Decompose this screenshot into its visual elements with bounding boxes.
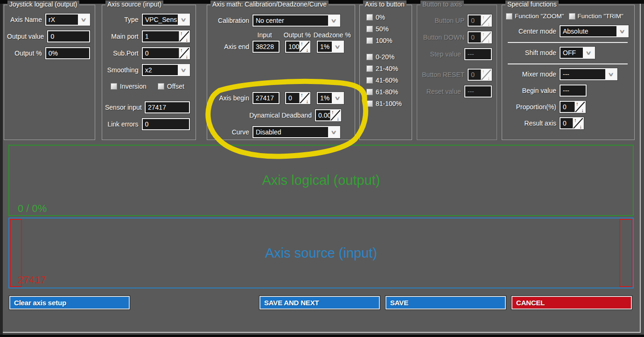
- calibration-select[interactable]: No center ∨: [252, 14, 340, 27]
- link-errors-field[interactable]: 0: [142, 118, 190, 130]
- axis-end-output-value: 100: [286, 42, 299, 52]
- save-and-next-button[interactable]: SAVE AND NEXT: [259, 295, 380, 310]
- spinner-buttons-icon[interactable]: ↑↓: [573, 118, 583, 128]
- button-up-stepper: 0 ↑↓: [468, 14, 492, 27]
- spinner-buttons-icon[interactable]: ↑↓: [179, 48, 189, 58]
- checkbox-50pct[interactable]: [366, 26, 373, 32]
- center-mode-value: Absolute: [560, 26, 616, 36]
- type-select[interactable]: VPC_Sens ∨: [142, 14, 190, 26]
- function-trim-checkbox[interactable]: [569, 13, 575, 20]
- shift-mode-select[interactable]: OFF ∨: [560, 47, 595, 59]
- chevron-glyph: ∨: [180, 67, 187, 73]
- smoothing-label: Smoothing: [105, 66, 139, 74]
- spinner-buttons-icon[interactable]: ↑↓: [299, 42, 309, 52]
- chevron-down-icon[interactable]: ∨: [328, 15, 339, 26]
- spinner-buttons-icon: ↑↓: [481, 15, 491, 26]
- checkbox-0-20[interactable]: [366, 54, 373, 60]
- chevron-down-icon[interactable]: ∨: [616, 26, 628, 36]
- button-reset-value: 0: [469, 70, 481, 80]
- axis-logical-chart: Axis logical (output) 0 / 0%: [8, 145, 634, 216]
- axis-end-output-stepper[interactable]: 100 ↑↓: [285, 41, 310, 53]
- chevron-glyph: ∨: [330, 129, 337, 135]
- option-label: 61-80%: [376, 88, 398, 96]
- function-zoom-label: Function "ZOOM": [515, 13, 564, 20]
- chevron-down-icon[interactable]: ∨: [332, 93, 343, 103]
- group-title: Axis math: Calibration/Deadzone/Curve: [210, 0, 329, 8]
- option-label: 81-100%: [376, 100, 402, 107]
- inversion-label: Inversion: [120, 83, 147, 90]
- function-trim-label: Function "TRIM": [578, 13, 623, 20]
- begin-value-field[interactable]: ---: [560, 84, 587, 97]
- button-reset-stepper: 0 ↑↓: [468, 69, 492, 81]
- chevron-down-icon[interactable]: ∨: [78, 14, 89, 25]
- checkbox-21-40[interactable]: [366, 65, 373, 72]
- axis-setup-window: Joystick logical (output) Axis Name rX ∨…: [0, 0, 644, 337]
- group-title: Axis to button: [363, 0, 406, 8]
- axis-end-deadzone-select[interactable]: 1% ∨: [317, 41, 344, 53]
- reset-value-label: Reset value: [420, 88, 461, 95]
- dynamical-deadband-label: Dynamical Deadband: [210, 112, 312, 119]
- main-port-stepper[interactable]: 1 ↑↓: [142, 30, 190, 42]
- spinner-buttons-icon[interactable]: ↑↓: [299, 93, 309, 103]
- smoothing-select[interactable]: x2 ∨: [142, 64, 190, 76]
- save-button[interactable]: SAVE: [385, 295, 506, 310]
- button-reset-label: Button RESET: [420, 71, 464, 78]
- chevron-down-icon[interactable]: ∨: [178, 14, 189, 25]
- link-errors-value: 0: [145, 120, 149, 128]
- result-axis-stepper[interactable]: 0 ↑↓: [560, 117, 584, 129]
- shift-mode-label: Shift mode: [506, 49, 556, 56]
- spinner-buttons-icon[interactable]: ↑↓: [574, 102, 585, 112]
- checkbox-61-80[interactable]: [366, 89, 373, 95]
- chevron-down-icon[interactable]: ∨: [583, 48, 594, 58]
- axis-begin-output-value: 0: [286, 93, 299, 103]
- axis-begin-input-field[interactable]: 27417: [252, 92, 280, 104]
- output-pct-field[interactable]: 0%: [45, 47, 90, 59]
- col-output-header: Output %: [283, 31, 312, 39]
- spinner-buttons-icon[interactable]: ↑↓: [330, 110, 340, 120]
- sensor-input-field[interactable]: 27417: [145, 101, 190, 113]
- output-pct-label: Output %: [7, 49, 42, 57]
- group-title: Button to axis: [420, 0, 464, 8]
- axis-begin-deadzone-select[interactable]: 1% ∨: [317, 92, 344, 104]
- spinner-buttons-icon: ↑↓: [481, 32, 491, 42]
- main-port-label: Main port: [105, 33, 139, 40]
- output-value-field[interactable]: 0: [47, 30, 90, 42]
- chevron-down-icon[interactable]: ∨: [328, 127, 339, 137]
- function-zoom-checkbox[interactable]: [506, 13, 512, 20]
- dynamical-deadband-value: 0.00: [316, 110, 330, 120]
- spinner-buttons-icon[interactable]: ↑↓: [179, 31, 189, 42]
- checkbox-81-100[interactable]: [366, 100, 373, 107]
- sensor-input-label: Sensor input: [105, 104, 141, 111]
- chevron-glyph: ∨: [608, 71, 614, 77]
- sub-port-stepper[interactable]: 0 ↑↓: [142, 47, 190, 59]
- chevron-down-icon[interactable]: ∨: [178, 65, 189, 75]
- inversion-checkbox[interactable]: [111, 83, 117, 90]
- window-bottom-edge: [0, 335, 644, 337]
- cancel-button[interactable]: CANCEL: [511, 295, 632, 310]
- checkbox-41-60[interactable]: [366, 77, 373, 84]
- chevron-glyph: ∨: [330, 18, 337, 24]
- group-button-to-axis: Button to axis Button UP 0 ↑↓ Button DOW…: [417, 5, 497, 140]
- mixer-mode-select[interactable]: --- ∨: [560, 68, 617, 80]
- option-label: 100%: [376, 37, 392, 44]
- axis-name-select[interactable]: rX ∨: [45, 14, 90, 26]
- chevron-glyph: ∨: [619, 28, 625, 35]
- checkbox-100pct[interactable]: [366, 37, 373, 44]
- step-value-label: Step value: [420, 50, 461, 58]
- begin-value: ---: [563, 87, 569, 94]
- offset-checkbox[interactable]: [158, 83, 164, 90]
- axis-end-input-field[interactable]: 38228: [252, 41, 280, 53]
- output-value-label: Output value: [7, 33, 44, 40]
- checkbox-0pct[interactable]: [366, 14, 373, 21]
- clear-axis-setup-button[interactable]: Clear axis setup: [9, 295, 130, 310]
- curve-value: Disabled: [253, 127, 328, 137]
- axis-end-deadzone-value: 1%: [318, 42, 332, 52]
- chevron-down-icon[interactable]: ∨: [332, 42, 343, 52]
- curve-select[interactable]: Disabled ∨: [252, 126, 340, 138]
- axis-begin-output-stepper[interactable]: 0 ↑↓: [285, 92, 310, 104]
- dynamical-deadband-stepper[interactable]: 0.00 ↑↓: [315, 109, 341, 121]
- proportion-stepper[interactable]: 0 ↑↓: [560, 101, 586, 113]
- output-readout: 0 / 0%: [18, 203, 47, 215]
- chevron-down-icon[interactable]: ∨: [605, 69, 616, 79]
- center-mode-select[interactable]: Absolute ∨: [560, 25, 629, 37]
